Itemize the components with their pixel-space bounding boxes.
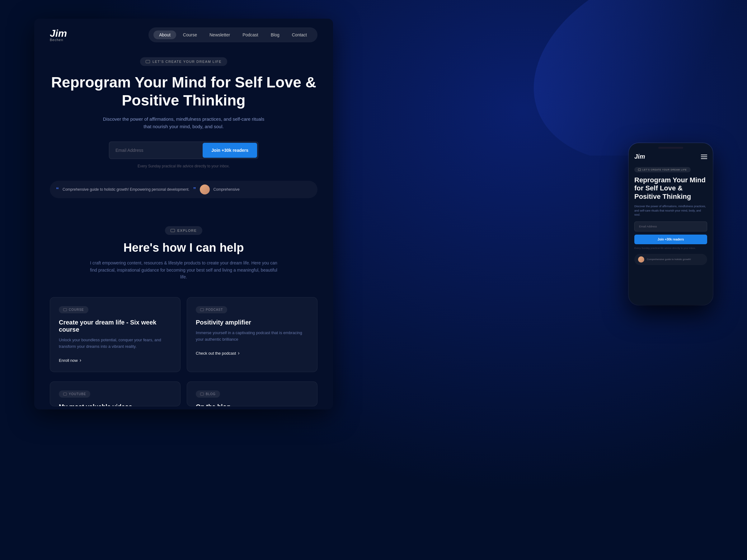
cards-grid: COURSE Create your dream life - Six week… [34,290,333,381]
navbar: Jim Bechen About Course Newsletter Podca… [34,19,333,51]
menu-line-2 [701,157,707,157]
mobile-hero-title: Reprogram Your Mind for Self Love & Posi… [634,176,707,201]
hero-badge: LET'S CREATE YOUR DREAM LIFE [140,57,227,66]
youtube-tag-label: YOUTUBE [69,392,86,396]
podcast-card-title: Positivity amplifier [196,319,308,326]
quote-mark-right: ” [193,186,196,193]
nav-course[interactable]: Course [177,30,203,39]
podcast-tag: PODCAST [196,306,227,313]
mobile-badge-icon [638,169,641,171]
mobile-logo: Jim [634,153,645,160]
menu-line-1 [701,155,707,155]
course-card-title: Create your dream life - Six week course [59,319,172,333]
podcast-link[interactable]: Check out the podcast › [196,350,240,356]
background-lines [498,0,747,156]
nav-podcast[interactable]: Podcast [237,30,264,39]
hero-subtitle: Discover the power of affirmations, mind… [103,115,264,130]
hamburger-menu-icon[interactable] [701,155,707,159]
enroll-arrow: › [80,357,81,363]
course-card-desc: Unlock your boundless potential, conquer… [59,337,172,350]
edit-tag-icon [200,393,204,395]
hero-title: Reprogram Your Mind for Self Love & Posi… [50,74,317,109]
blog-tag: BLOG [196,391,220,398]
podcast-link-text: Check out the podcast [196,351,236,355]
blog-card: BLOG On the blog [187,381,317,406]
explore-badge: EXPLORE [165,226,202,235]
explore-badge-text: EXPLORE [177,229,197,232]
enroll-link[interactable]: Enroll now › [59,357,81,363]
join-button[interactable]: Join +30k readers [203,143,257,158]
explore-icon [171,229,175,232]
course-card: COURSE Create your dream life - Six week… [50,297,181,372]
download-tag-icon [200,308,204,311]
testimonial-bar: “ Comprehensive guide to holistic growth… [50,181,317,198]
mobile-hero-badge: LET'S CREATE YOUR DREAM LIFE [634,167,691,172]
menu-line-3 [701,158,707,159]
podcast-tag-label: PODCAST [206,308,223,312]
hero-note: Every Sunday practical life advice direc… [50,164,317,168]
blog-tag-label: BLOG [206,392,216,396]
mobile-email-form[interactable]: Email Address [634,221,707,232]
hero-section: LET'S CREATE YOUR DREAM LIFE Reprogram Y… [34,51,333,214]
monitor-icon [146,60,150,63]
explore-section: EXPLORE Here's how I can help I craft em… [34,214,333,290]
mobile-join-button[interactable]: Join +30k readers [634,235,707,244]
nav-contact[interactable]: Contact [286,30,312,39]
blog-card-title: On the blog [196,403,308,406]
testimonial-avatar [200,185,210,194]
mobile-device-preview: Jim LET'S CREATE YOUR DREAM LIFE Reprogr… [629,143,713,305]
monitor-tag-icon [63,308,67,311]
mobile-navbar: Jim [629,149,713,163]
hero-badge-text: LET'S CREATE YOUR DREAM LIFE [153,60,222,63]
mobile-testimonial-text: Comprehensive guide to holistic growth! [647,258,691,261]
enroll-link-text: Enroll now [59,358,78,363]
mobile-email-placeholder: Email Address [639,225,657,228]
explore-title: Here's how I can help [50,241,317,255]
podcast-arrow: › [238,350,239,356]
quote-mark-left: “ [56,186,59,193]
youtube-card: YOUTUBE My most valuable videos [50,381,181,406]
email-form: Join +30k readers [109,141,258,159]
podcast-card-desc: Immerse yourself in a captivating podcas… [196,330,308,343]
play-tag-icon [63,393,67,395]
logo: Jim Bechen [50,28,67,42]
course-tag-label: COURSE [69,308,84,312]
mobile-note: Every Sunday practical life advice direc… [634,247,707,249]
mobile-badge-text: LET'S CREATE YOUR DREAM LIFE [642,169,687,171]
nav-blog[interactable]: Blog [265,30,285,39]
youtube-card-title: My most valuable videos [59,403,172,406]
nav-newsletter[interactable]: Newsletter [204,30,236,39]
cards-row2: YOUTUBE My most valuable videos BLOG On … [34,381,333,409]
nav-about[interactable]: About [153,30,176,39]
mobile-avatar [638,256,644,263]
testimonial-more: Comprehensive [213,187,240,192]
email-input[interactable] [109,142,202,159]
mobile-testimonial-bar: Comprehensive guide to holistic growth! [634,254,707,265]
mobile-hero-section: LET'S CREATE YOUR DREAM LIFE Reprogram Y… [629,163,713,269]
nav-links-container: About Course Newsletter Podcast Blog Con… [149,27,317,42]
youtube-tag: YOUTUBE [59,391,90,398]
mobile-hero-subtitle: Discover the power of affirmations, mind… [634,205,707,217]
testimonial-quote: Comprehensive guide to holistic growth! … [62,187,189,192]
course-tag: COURSE [59,306,88,313]
explore-desc: I craft empowering content, resources & … [87,260,280,280]
logo-name: Jim [50,28,67,39]
podcast-card: PODCAST Positivity amplifier Immerse you… [187,297,317,372]
desktop-preview: Jim Bechen About Course Newsletter Podca… [34,19,333,409]
